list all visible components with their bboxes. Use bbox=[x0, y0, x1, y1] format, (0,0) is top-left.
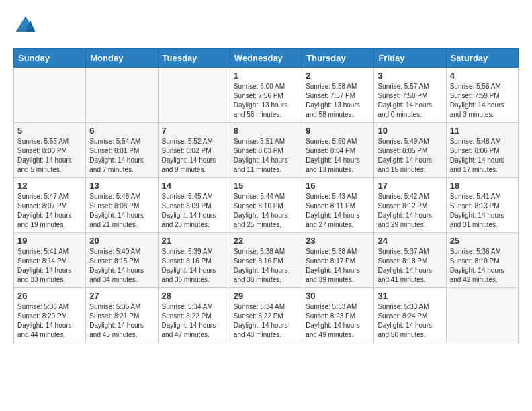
day-number: 16 bbox=[306, 181, 370, 191]
cell-content: Sunrise: 5:49 AM Sunset: 8:05 PM Dayligh… bbox=[378, 137, 442, 175]
header-row: SundayMondayTuesdayWednesdayThursdayFrid… bbox=[14, 49, 519, 68]
cell-content: Sunrise: 5:57 AM Sunset: 7:58 PM Dayligh… bbox=[378, 82, 442, 120]
cell-content: Sunrise: 5:34 AM Sunset: 8:22 PM Dayligh… bbox=[162, 302, 226, 340]
cell-content: Sunrise: 5:36 AM Sunset: 8:19 PM Dayligh… bbox=[450, 247, 515, 285]
day-number: 18 bbox=[450, 181, 515, 191]
cell-content: Sunrise: 5:55 AM Sunset: 8:00 PM Dayligh… bbox=[17, 137, 82, 175]
day-number: 5 bbox=[17, 126, 82, 136]
calendar-cell: 17Sunrise: 5:42 AM Sunset: 8:12 PM Dayli… bbox=[374, 178, 446, 233]
calendar-cell: 8Sunrise: 5:51 AM Sunset: 8:03 PM Daylig… bbox=[230, 123, 302, 178]
day-number: 24 bbox=[378, 236, 442, 246]
cell-content: Sunrise: 5:38 AM Sunset: 8:17 PM Dayligh… bbox=[306, 247, 370, 285]
cell-content: Sunrise: 5:41 AM Sunset: 8:13 PM Dayligh… bbox=[450, 192, 515, 230]
day-number: 11 bbox=[450, 126, 515, 136]
calendar-cell: 3Sunrise: 5:57 AM Sunset: 7:58 PM Daylig… bbox=[374, 68, 446, 123]
cell-content: Sunrise: 5:33 AM Sunset: 8:23 PM Dayligh… bbox=[306, 302, 370, 340]
cell-content: Sunrise: 5:44 AM Sunset: 8:10 PM Dayligh… bbox=[234, 192, 298, 230]
calendar-cell: 2Sunrise: 5:58 AM Sunset: 7:57 PM Daylig… bbox=[302, 68, 374, 123]
calendar-cell: 14Sunrise: 5:45 AM Sunset: 8:09 PM Dayli… bbox=[158, 178, 230, 233]
day-number: 30 bbox=[306, 291, 370, 301]
weekday-header: Tuesday bbox=[158, 49, 230, 68]
cell-content: Sunrise: 5:37 AM Sunset: 8:18 PM Dayligh… bbox=[378, 247, 442, 285]
day-number: 25 bbox=[450, 236, 515, 246]
cell-content: Sunrise: 5:36 AM Sunset: 8:20 PM Dayligh… bbox=[17, 302, 82, 340]
day-number: 21 bbox=[162, 236, 226, 246]
calendar-cell: 6Sunrise: 5:54 AM Sunset: 8:01 PM Daylig… bbox=[86, 123, 158, 178]
calendar-cell: 11Sunrise: 5:48 AM Sunset: 8:06 PM Dayli… bbox=[446, 123, 518, 178]
day-number: 31 bbox=[378, 291, 442, 301]
calendar-cell: 29Sunrise: 5:34 AM Sunset: 8:22 PM Dayli… bbox=[230, 288, 302, 343]
cell-content: Sunrise: 5:50 AM Sunset: 8:04 PM Dayligh… bbox=[306, 137, 370, 175]
calendar-cell: 20Sunrise: 5:40 AM Sunset: 8:15 PM Dayli… bbox=[86, 233, 158, 288]
calendar-cell: 19Sunrise: 5:41 AM Sunset: 8:14 PM Dayli… bbox=[14, 233, 86, 288]
day-number: 13 bbox=[89, 181, 154, 191]
day-number: 29 bbox=[234, 291, 298, 301]
cell-content: Sunrise: 5:51 AM Sunset: 8:03 PM Dayligh… bbox=[234, 137, 298, 175]
calendar-cell: 27Sunrise: 5:35 AM Sunset: 8:21 PM Dayli… bbox=[86, 288, 158, 343]
calendar-cell: 31Sunrise: 5:33 AM Sunset: 8:24 PM Dayli… bbox=[374, 288, 446, 343]
cell-content: Sunrise: 5:41 AM Sunset: 8:14 PM Dayligh… bbox=[17, 247, 82, 285]
weekday-header: Sunday bbox=[14, 49, 86, 68]
weekday-header: Wednesday bbox=[230, 49, 302, 68]
day-number: 27 bbox=[89, 291, 154, 301]
day-number: 8 bbox=[234, 126, 298, 136]
day-number: 19 bbox=[17, 236, 82, 246]
day-number: 26 bbox=[17, 291, 82, 301]
calendar-cell: 28Sunrise: 5:34 AM Sunset: 8:22 PM Dayli… bbox=[158, 288, 230, 343]
cell-content: Sunrise: 5:34 AM Sunset: 8:22 PM Dayligh… bbox=[234, 302, 298, 340]
day-number: 4 bbox=[450, 71, 515, 81]
logo bbox=[13, 13, 42, 38]
calendar-cell: 9Sunrise: 5:50 AM Sunset: 8:04 PM Daylig… bbox=[302, 123, 374, 178]
weekday-header: Friday bbox=[374, 49, 446, 68]
day-number: 28 bbox=[162, 291, 226, 301]
day-number: 1 bbox=[234, 71, 298, 81]
cell-content: Sunrise: 5:38 AM Sunset: 8:16 PM Dayligh… bbox=[234, 247, 298, 285]
day-number: 12 bbox=[17, 181, 82, 191]
calendar-cell: 5Sunrise: 5:55 AM Sunset: 8:00 PM Daylig… bbox=[14, 123, 86, 178]
calendar-cell: 7Sunrise: 5:52 AM Sunset: 8:02 PM Daylig… bbox=[158, 123, 230, 178]
calendar-cell: 10Sunrise: 5:49 AM Sunset: 8:05 PM Dayli… bbox=[374, 123, 446, 178]
calendar-cell: 21Sunrise: 5:39 AM Sunset: 8:16 PM Dayli… bbox=[158, 233, 230, 288]
calendar-cell bbox=[446, 288, 518, 343]
calendar-cell bbox=[86, 68, 158, 123]
calendar-cell: 22Sunrise: 5:38 AM Sunset: 8:16 PM Dayli… bbox=[230, 233, 302, 288]
calendar-cell bbox=[158, 68, 230, 123]
cell-content: Sunrise: 5:43 AM Sunset: 8:11 PM Dayligh… bbox=[306, 192, 370, 230]
calendar-cell: 1Sunrise: 6:00 AM Sunset: 7:56 PM Daylig… bbox=[230, 68, 302, 123]
calendar-week-row: 26Sunrise: 5:36 AM Sunset: 8:20 PM Dayli… bbox=[14, 288, 519, 343]
day-number: 9 bbox=[306, 126, 370, 136]
cell-content: Sunrise: 5:42 AM Sunset: 8:12 PM Dayligh… bbox=[378, 192, 442, 230]
cell-content: Sunrise: 5:40 AM Sunset: 8:15 PM Dayligh… bbox=[89, 247, 154, 285]
weekday-header: Saturday bbox=[446, 49, 518, 68]
calendar-cell: 30Sunrise: 5:33 AM Sunset: 8:23 PM Dayli… bbox=[302, 288, 374, 343]
cell-content: Sunrise: 5:48 AM Sunset: 8:06 PM Dayligh… bbox=[450, 137, 515, 175]
calendar-week-row: 1Sunrise: 6:00 AM Sunset: 7:56 PM Daylig… bbox=[14, 68, 519, 123]
cell-content: Sunrise: 5:35 AM Sunset: 8:21 PM Dayligh… bbox=[89, 302, 154, 340]
calendar-cell: 13Sunrise: 5:46 AM Sunset: 8:08 PM Dayli… bbox=[86, 178, 158, 233]
calendar-week-row: 19Sunrise: 5:41 AM Sunset: 8:14 PM Dayli… bbox=[14, 233, 519, 288]
day-number: 6 bbox=[89, 126, 154, 136]
day-number: 14 bbox=[162, 181, 226, 191]
logo-icon bbox=[13, 13, 38, 38]
day-number: 17 bbox=[378, 181, 442, 191]
day-number: 7 bbox=[162, 126, 226, 136]
cell-content: Sunrise: 5:46 AM Sunset: 8:08 PM Dayligh… bbox=[89, 192, 154, 230]
calendar-cell: 18Sunrise: 5:41 AM Sunset: 8:13 PM Dayli… bbox=[446, 178, 518, 233]
calendar-cell bbox=[14, 68, 86, 123]
calendar-cell: 25Sunrise: 5:36 AM Sunset: 8:19 PM Dayli… bbox=[446, 233, 518, 288]
calendar-cell: 12Sunrise: 5:47 AM Sunset: 8:07 PM Dayli… bbox=[14, 178, 86, 233]
calendar-cell: 23Sunrise: 5:38 AM Sunset: 8:17 PM Dayli… bbox=[302, 233, 374, 288]
calendar-cell: 15Sunrise: 5:44 AM Sunset: 8:10 PM Dayli… bbox=[230, 178, 302, 233]
weekday-header: Monday bbox=[86, 49, 158, 68]
day-number: 3 bbox=[378, 71, 442, 81]
day-number: 2 bbox=[306, 71, 370, 81]
cell-content: Sunrise: 6:00 AM Sunset: 7:56 PM Dayligh… bbox=[234, 82, 298, 120]
cell-content: Sunrise: 5:47 AM Sunset: 8:07 PM Dayligh… bbox=[17, 192, 82, 230]
calendar-cell: 24Sunrise: 5:37 AM Sunset: 8:18 PM Dayli… bbox=[374, 233, 446, 288]
calendar-week-row: 5Sunrise: 5:55 AM Sunset: 8:00 PM Daylig… bbox=[14, 123, 519, 178]
calendar-cell: 16Sunrise: 5:43 AM Sunset: 8:11 PM Dayli… bbox=[302, 178, 374, 233]
day-number: 15 bbox=[234, 181, 298, 191]
calendar-cell: 26Sunrise: 5:36 AM Sunset: 8:20 PM Dayli… bbox=[14, 288, 86, 343]
day-number: 23 bbox=[306, 236, 370, 246]
cell-content: Sunrise: 5:54 AM Sunset: 8:01 PM Dayligh… bbox=[89, 137, 154, 175]
